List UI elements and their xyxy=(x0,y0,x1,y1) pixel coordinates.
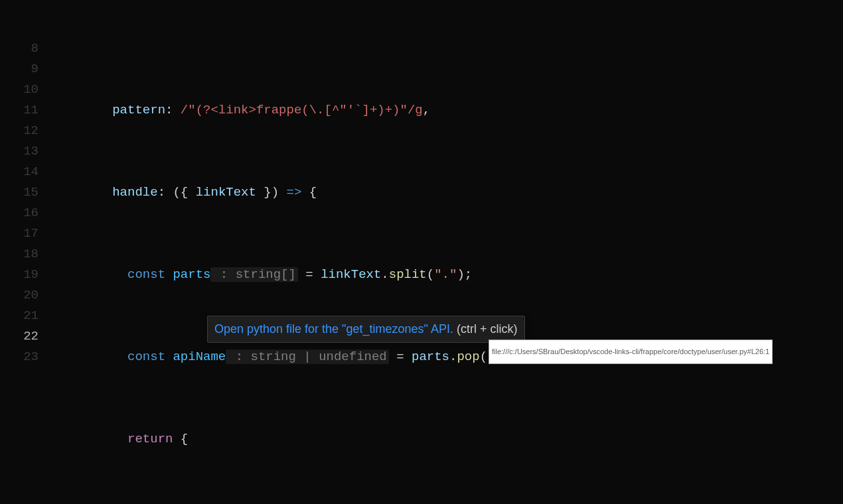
line-number: 17 xyxy=(0,223,38,244)
code-line[interactable]: handle: ({ linkText }) => { xyxy=(52,182,843,203)
line-number: 11 xyxy=(0,100,38,121)
line-number: 20 xyxy=(0,285,38,306)
code-line[interactable]: pattern: /"(?<link>frappe(\.[^"'`]+)+)"/… xyxy=(52,100,843,121)
tooltip-message: Open python file for the "get_timezones"… xyxy=(214,322,453,336)
code-content[interactable]: pattern: /"(?<link>frappe(\.[^"'`]+)+)"/… xyxy=(52,38,843,504)
line-number: 14 xyxy=(0,162,38,182)
line-number: 21 xyxy=(0,306,38,326)
tooltip-hint: (ctrl + click) xyxy=(453,322,518,336)
line-number: 9 xyxy=(0,59,38,80)
line-number: 12 xyxy=(0,121,38,141)
line-number: 19 xyxy=(0,265,38,285)
file-path-tooltip: file:///c:/Users/SBrau/Desktop/vscode-li… xyxy=(489,340,773,364)
line-number-active: 22 xyxy=(0,326,38,347)
line-number-gutter: 8 9 10 11 12 13 14 15 16 17 18 19 20 21 … xyxy=(0,38,52,504)
line-number: 16 xyxy=(0,203,38,223)
hover-tooltip: Open python file for the "get_timezones"… xyxy=(207,316,525,343)
line-number: 13 xyxy=(0,141,38,162)
line-number: 10 xyxy=(0,80,38,100)
code-line[interactable]: return { xyxy=(52,429,843,450)
code-line[interactable]: const parts : string[] = linkText.split(… xyxy=(52,265,843,285)
code-editor[interactable]: 8 9 10 11 12 13 14 15 16 17 18 19 20 21 … xyxy=(0,0,843,504)
line-number: 23 xyxy=(0,347,38,367)
line-number: 18 xyxy=(0,244,38,265)
line-number: 15 xyxy=(0,182,38,203)
line-number: 8 xyxy=(0,38,38,59)
